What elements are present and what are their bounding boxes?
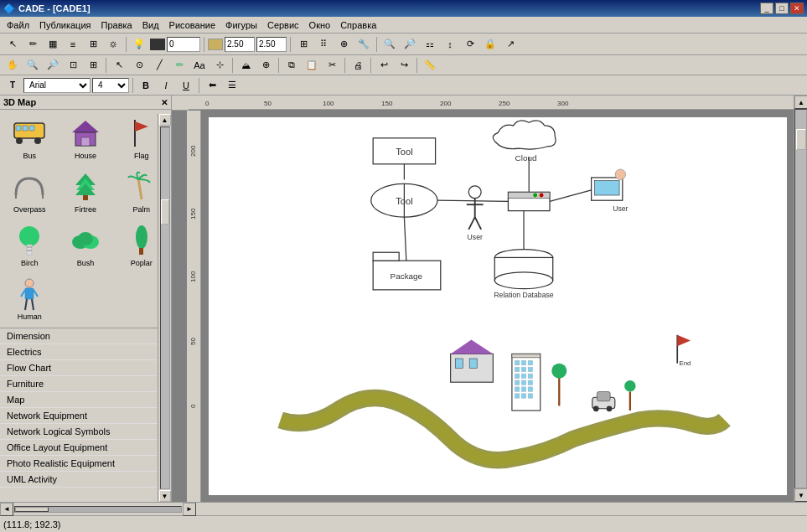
panel-scrollbar[interactable]: ▲ ▼ (158, 114, 171, 502)
coordinates: (111.8; 192.3) (3, 519, 61, 529)
vscroll-up-btn[interactable]: ▲ (794, 96, 807, 109)
toolbar-fill-btn[interactable]: ▦ (44, 35, 62, 54)
toolbar-snap-btn[interactable]: ⊕ (334, 35, 353, 54)
scroll-thumb[interactable] (161, 199, 169, 225)
menu-service[interactable]: Сервис (262, 18, 304, 32)
menu-window[interactable]: Окно (304, 18, 336, 32)
toolbar-lines-btn[interactable]: ≡ (64, 35, 82, 54)
menu-file[interactable]: Файл (2, 18, 34, 32)
toolbar-pencil-btn[interactable]: ✏ (23, 35, 42, 54)
toolbar-mountain-btn[interactable]: ⛰ (236, 56, 255, 75)
menu-view[interactable]: Вид (137, 18, 164, 32)
toolbar-align-btn[interactable]: ⊞ (84, 35, 102, 54)
toolbar-height-input[interactable] (256, 37, 287, 52)
vscroll-down-btn[interactable]: ▼ (794, 488, 807, 502)
toolbar-fit-btn[interactable]: ⊡ (64, 56, 82, 75)
toolbar-flip-btn[interactable]: ↕ (441, 35, 459, 54)
toolbar-italic-btn[interactable]: I (157, 76, 175, 95)
canvas-content[interactable]: 200 150 100 50 0 Tool (187, 111, 794, 502)
menu-publish[interactable]: Публикация (34, 18, 96, 32)
minimize-button[interactable]: _ (760, 3, 773, 14)
shape-birch[interactable]: Birch (3, 220, 56, 271)
library-uml[interactable]: UML Activity (0, 472, 171, 488)
toolbar-select-btn[interactable]: ↖ (110, 56, 128, 75)
toolbar-connect-btn[interactable]: ⛭ (104, 35, 122, 54)
toolbar-sym-btn[interactable]: ⊕ (256, 56, 275, 75)
toolbar-grid2-btn[interactable]: ⊞ (294, 35, 313, 54)
library-office-layout[interactable]: Office Layout Equipment (0, 440, 171, 456)
toolbar-tools-btn[interactable]: 🔧 (354, 35, 373, 54)
library-electrics[interactable]: Electrics (0, 344, 171, 360)
hscroll-left-btn[interactable]: ◄ (0, 503, 13, 516)
hscroll-right-btn[interactable]: ► (183, 503, 196, 516)
scroll-down-btn[interactable]: ▼ (159, 490, 171, 502)
toolbar-underline-btn[interactable]: U (177, 76, 195, 95)
toolbar-zoomout2-btn[interactable]: 🔎 (44, 56, 62, 75)
library-flowchart[interactable]: Flow Chart (0, 360, 171, 376)
panel-close-button[interactable]: ✕ (161, 98, 168, 107)
toolbar-ruler2-btn[interactable]: ⊹ (210, 56, 229, 75)
library-map[interactable]: Map (0, 392, 171, 408)
library-furniture[interactable]: Furniture (0, 376, 171, 392)
shape-human[interactable]: Human (3, 274, 56, 324)
shape-firtree[interactable]: Firtree (59, 167, 112, 217)
toolbar-linestyle-input[interactable] (167, 37, 200, 52)
scroll-track[interactable] (160, 127, 170, 489)
toolbar-rotate-btn[interactable]: ⟳ (461, 35, 479, 54)
toolbar-redo2-btn[interactable]: ↪ (395, 56, 413, 75)
library-network-logical[interactable]: Network Logical Symbols (0, 424, 171, 440)
toolbar-text-btn[interactable]: Aa (190, 56, 209, 75)
library-network-equipment[interactable]: Network Equipment (0, 408, 171, 424)
drawing-canvas[interactable]: Tool Cloud Tool (202, 111, 794, 502)
font-select[interactable]: Arial (23, 78, 91, 93)
scroll-up-btn[interactable]: ▲ (159, 114, 171, 126)
toolbar-light-btn[interactable]: 💡 (130, 35, 148, 54)
toolbar-arrange-btn[interactable]: ⚏ (421, 35, 439, 54)
toolbar-zoom-out-btn[interactable]: 🔎 (401, 35, 419, 54)
vscroll-right[interactable]: ▲ ▼ (794, 96, 807, 502)
toolbar-width-input[interactable] (225, 37, 255, 52)
close-button[interactable]: ✕ (790, 3, 804, 14)
toolbar-print2-btn[interactable]: 🖨 (349, 56, 367, 75)
toolbar-align-left-btn[interactable]: ⬅ (203, 76, 221, 95)
toolbar-ruler3-btn[interactable]: 📏 (421, 56, 439, 75)
toolbar-lock-btn[interactable]: 🔒 (481, 35, 499, 54)
canvas-area[interactable]: 0 50 100 150 200 250 300 200 150 100 50 … (172, 96, 794, 502)
fontsize-select[interactable]: 4 (92, 78, 129, 93)
toolbar-hand-btn[interactable]: ✋ (3, 56, 22, 75)
toolbar-export-btn[interactable]: ↗ (501, 35, 520, 54)
hscroll-thumb[interactable] (15, 507, 49, 512)
maximize-button[interactable]: □ (775, 3, 789, 14)
toolbar-pen-btn[interactable]: ✏ (170, 56, 189, 75)
menu-draw[interactable]: Рисование (164, 18, 220, 32)
toolbar-color-btn[interactable] (150, 39, 165, 50)
hscroll-track[interactable] (14, 506, 182, 513)
toolbar-line-btn[interactable]: ╱ (150, 56, 168, 75)
toolbar-copy2-btn[interactable]: ⧉ (282, 56, 301, 75)
library-photo-realistic[interactable]: Photo Realistic Equipment (0, 456, 171, 472)
vscroll-track[interactable] (794, 109, 807, 488)
toolbar-zoom-in-btn[interactable]: 🔍 (380, 35, 399, 54)
toolbar-text2-btn[interactable]: T (3, 76, 22, 95)
toolbar-align-center-btn[interactable]: ☰ (223, 76, 241, 95)
toolbar-zoomin2-btn[interactable]: 🔍 (23, 56, 42, 75)
shape-bush[interactable]: Bush (59, 220, 112, 271)
menu-help[interactable]: Справка (335, 18, 381, 32)
toolbar-paste2-btn[interactable]: 📋 (303, 56, 321, 75)
vscroll-thumb[interactable] (796, 129, 806, 150)
toolbar-grid-btn[interactable] (208, 39, 223, 50)
toolbar-nav-btn[interactable]: ⊞ (84, 56, 102, 75)
title-bar: 🔷 CADE - [CADE1] _ □ ✕ (0, 0, 807, 17)
toolbar-lasso-btn[interactable]: ⊙ (130, 56, 148, 75)
library-dimension[interactable]: Dimension (0, 328, 171, 344)
toolbar-bold-btn[interactable]: B (137, 76, 155, 95)
shape-overpass[interactable]: Overpass (3, 167, 56, 217)
toolbar-dots-btn[interactable]: ⠿ (314, 35, 333, 54)
toolbar-undo2-btn[interactable]: ↩ (375, 56, 393, 75)
toolbar-arrow-btn[interactable]: ↖ (3, 35, 22, 54)
menu-shapes[interactable]: Фигуры (220, 18, 262, 32)
shape-house[interactable]: House (59, 113, 112, 163)
menu-edit[interactable]: Правка (96, 18, 137, 32)
toolbar-del-btn[interactable]: ✂ (323, 56, 341, 75)
shape-bus[interactable]: Bus (3, 113, 56, 163)
